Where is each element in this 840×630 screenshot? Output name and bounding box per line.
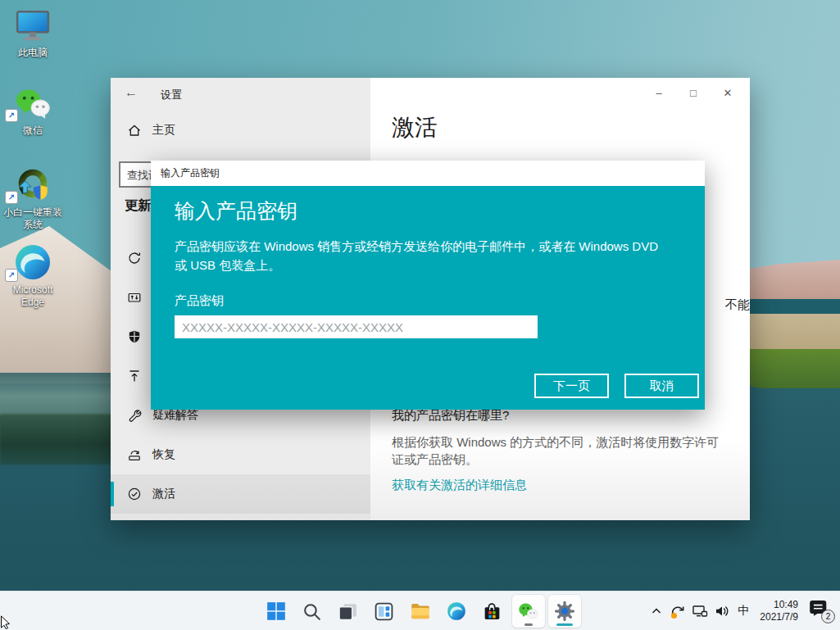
sidebar-item-label: 激活 bbox=[152, 487, 175, 501]
desktop-icon-edge[interactable]: ↗ Microsoft Edge bbox=[0, 244, 66, 309]
desktop: 此电脑 ↗ 微信 ↗ bbox=[0, 0, 840, 630]
computer-icon bbox=[0, 7, 66, 44]
wrench-icon bbox=[127, 408, 142, 423]
sidebar-item-label: 恢复 bbox=[152, 447, 175, 462]
dialog-titlebar: 输入产品密钥 bbox=[151, 161, 705, 186]
desktop-icon-reinstall-tool[interactable]: ↗ 小白一键重装系统 bbox=[0, 166, 66, 231]
cancel-button[interactable]: 取消 bbox=[624, 374, 699, 398]
close-button[interactable]: ✕ bbox=[711, 83, 745, 104]
product-key-input[interactable] bbox=[175, 315, 538, 338]
product-key-label: 产品密钥 bbox=[175, 293, 705, 309]
wechat-icon: ↗ bbox=[0, 84, 66, 122]
wallpaper-haze-left bbox=[0, 373, 123, 415]
wallpaper-tree-reflection bbox=[0, 414, 123, 465]
taskbar: 中 10:49 2021/7/9 2 bbox=[0, 591, 840, 630]
delivery-optimization-icon bbox=[127, 290, 142, 305]
desktop-icon-this-pc[interactable]: 此电脑 bbox=[0, 7, 66, 59]
shortcut-arrow-icon: ↗ bbox=[5, 269, 18, 282]
page-title: 激活 bbox=[392, 112, 438, 143]
back-arrow-icon[interactable]: ← bbox=[125, 85, 138, 100]
file-explorer-icon bbox=[410, 601, 431, 622]
volume-tray-icon[interactable] bbox=[714, 603, 730, 619]
edge-icon bbox=[446, 601, 467, 622]
sidebar-item-recovery[interactable]: 恢复 bbox=[111, 435, 370, 474]
clock-date: 2021/7/9 bbox=[760, 611, 798, 623]
windows-start-icon bbox=[266, 601, 287, 622]
task-view-icon bbox=[338, 601, 358, 622]
next-button[interactable]: 下一页 bbox=[534, 374, 609, 398]
activation-info-link[interactable]: 获取有关激活的详细信息 bbox=[392, 478, 527, 493]
partial-text-fragment: 不能 bbox=[703, 297, 750, 313]
shortcut-arrow-icon: ↗ bbox=[5, 109, 18, 122]
desktop-icon-label: 微信 bbox=[0, 125, 66, 137]
window-controls: – □ ✕ bbox=[642, 83, 745, 104]
desktop-icon-label: 小白一键重装系统 bbox=[0, 206, 66, 231]
ime-indicator[interactable]: 中 bbox=[736, 604, 751, 619]
sidebar-item-label: 疑难解答 bbox=[152, 408, 198, 423]
minimize-button[interactable]: – bbox=[642, 83, 676, 104]
sidebar-home-label: 主页 bbox=[152, 123, 175, 138]
dialog-description: 产品密钥应该在 Windows 销售方或经销方发送给你的电子邮件中，或者在 Wi… bbox=[175, 237, 673, 274]
search-icon bbox=[302, 601, 322, 622]
dialog-body: 输入产品密钥 产品密钥应该在 Windows 销售方或经销方发送给你的电子邮件中… bbox=[151, 186, 705, 410]
windows-update-tray-icon[interactable] bbox=[669, 603, 686, 620]
faq-body: 根据你获取 Windows 的方式的不同，激活时将使用数字许可证或产品密钥。 bbox=[392, 433, 723, 468]
desktop-icon-label: Microsoft Edge bbox=[0, 284, 66, 309]
clock-time: 10:49 bbox=[760, 599, 798, 611]
settings-taskbar-button[interactable] bbox=[548, 595, 581, 628]
start-button[interactable] bbox=[260, 595, 293, 628]
task-view-button[interactable] bbox=[332, 595, 365, 628]
notification-count-badge: 2 bbox=[821, 610, 835, 623]
widgets-button[interactable] bbox=[368, 595, 401, 628]
clock[interactable]: 10:49 2021/7/9 bbox=[756, 599, 801, 623]
file-explorer-button[interactable] bbox=[404, 595, 437, 628]
wechat-taskbar-button[interactable] bbox=[512, 595, 545, 628]
search-button[interactable] bbox=[296, 595, 329, 628]
product-key-dialog: 输入产品密钥 输入产品密钥 产品密钥应该在 Windows 销售方或经销方发送给… bbox=[151, 161, 705, 410]
reinstall-tool-icon: ↗ bbox=[0, 166, 66, 204]
edge-taskbar-button[interactable] bbox=[440, 595, 473, 628]
widgets-icon bbox=[374, 601, 394, 622]
wechat-icon bbox=[517, 601, 539, 622]
network-tray-icon[interactable] bbox=[692, 603, 708, 619]
edge-icon: ↗ bbox=[0, 244, 66, 282]
notification-center-button[interactable]: 2 bbox=[809, 599, 833, 623]
desktop-icon-label: 此电脑 bbox=[0, 47, 66, 59]
dialog-buttons: 下一页 取消 bbox=[534, 374, 699, 398]
microsoft-store-button[interactable] bbox=[476, 595, 509, 628]
gear-icon bbox=[554, 601, 575, 622]
hidden-icons-chevron-icon[interactable] bbox=[650, 605, 663, 618]
recovery-icon bbox=[127, 447, 142, 462]
backup-icon bbox=[127, 369, 142, 383]
system-tray: 中 10:49 2021/7/9 2 bbox=[650, 591, 833, 630]
microsoft-store-icon bbox=[482, 601, 502, 622]
dialog-title: 输入产品密钥 bbox=[161, 166, 220, 180]
sidebar-item-home[interactable]: 主页 bbox=[127, 123, 175, 138]
shortcut-arrow-icon: ↗ bbox=[5, 191, 18, 204]
running-indicator bbox=[524, 623, 533, 626]
mouse-cursor bbox=[0, 615, 12, 630]
faq-heading: 我的产品密钥在哪里? bbox=[392, 408, 509, 424]
active-window-indicator bbox=[556, 623, 573, 626]
sidebar-item-activation[interactable]: 激活 bbox=[111, 474, 370, 514]
shield-icon bbox=[127, 329, 142, 344]
home-icon bbox=[127, 123, 142, 138]
check-circle-icon bbox=[127, 487, 142, 501]
desktop-icon-wechat[interactable]: ↗ 微信 bbox=[0, 84, 66, 137]
sync-icon bbox=[127, 251, 142, 265]
dialog-heading: 输入产品密钥 bbox=[175, 186, 705, 224]
maximize-button[interactable]: □ bbox=[676, 83, 711, 104]
window-title: 设置 bbox=[161, 88, 182, 102]
